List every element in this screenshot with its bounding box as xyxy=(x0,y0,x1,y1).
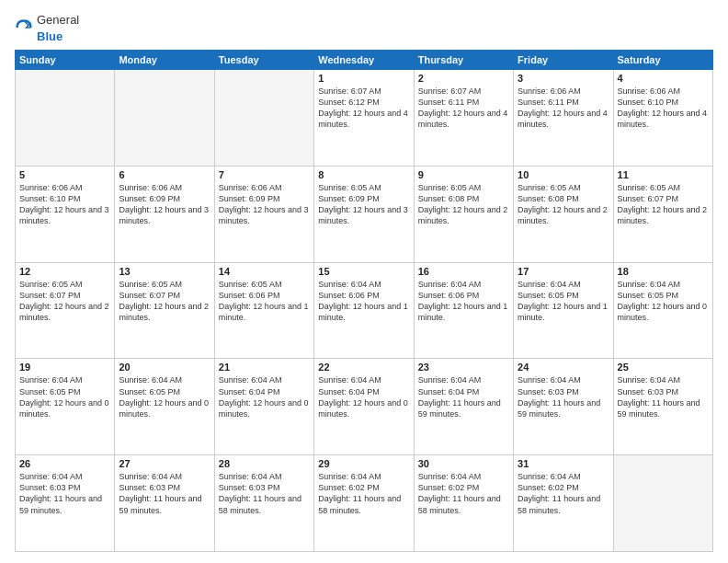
page: General Blue SundayMondayTuesdayWednesda… xyxy=(0,0,728,563)
day-info: Sunrise: 6:04 AMSunset: 6:04 PMDaylight:… xyxy=(219,374,310,419)
day-number: 6 xyxy=(119,169,210,180)
day-info: Sunrise: 6:04 AMSunset: 6:04 PMDaylight:… xyxy=(418,374,509,419)
calendar-cell: 16Sunrise: 6:04 AMSunset: 6:06 PMDayligh… xyxy=(414,262,513,359)
day-number: 29 xyxy=(318,458,409,469)
day-number: 31 xyxy=(518,458,609,469)
calendar-cell: 6Sunrise: 6:06 AMSunset: 6:09 PMDaylight… xyxy=(115,166,214,262)
header-wednesday: Wednesday xyxy=(314,51,414,70)
day-info: Sunrise: 6:05 AMSunset: 6:08 PMDaylight:… xyxy=(518,182,609,227)
day-number: 26 xyxy=(19,458,110,469)
day-info: Sunrise: 6:04 AMSunset: 6:06 PMDaylight:… xyxy=(418,279,509,324)
calendar-cell: 4Sunrise: 6:06 AMSunset: 6:10 PMDaylight… xyxy=(613,70,712,167)
calendar-cell: 15Sunrise: 6:04 AMSunset: 6:06 PMDayligh… xyxy=(314,262,414,359)
day-number: 17 xyxy=(518,266,609,277)
day-number: 11 xyxy=(618,169,709,180)
day-number: 25 xyxy=(618,362,709,373)
calendar-cell: 30Sunrise: 6:04 AMSunset: 6:02 PMDayligh… xyxy=(414,455,513,552)
calendar-cell xyxy=(115,70,214,167)
day-info: Sunrise: 6:04 AMSunset: 6:03 PMDaylight:… xyxy=(618,374,709,419)
day-number: 15 xyxy=(318,266,409,277)
day-number: 2 xyxy=(418,73,509,84)
week-row-2: 12Sunrise: 6:05 AMSunset: 6:07 PMDayligh… xyxy=(16,262,713,359)
calendar-cell: 29Sunrise: 6:04 AMSunset: 6:02 PMDayligh… xyxy=(314,455,414,552)
day-info: Sunrise: 6:04 AMSunset: 6:03 PMDaylight:… xyxy=(518,374,609,419)
day-info: Sunrise: 6:05 AMSunset: 6:07 PMDaylight:… xyxy=(19,279,110,324)
calendar-cell: 20Sunrise: 6:04 AMSunset: 6:05 PMDayligh… xyxy=(115,359,214,455)
calendar-cell: 1Sunrise: 6:07 AMSunset: 6:12 PMDaylight… xyxy=(314,70,414,167)
day-info: Sunrise: 6:04 AMSunset: 6:05 PMDaylight:… xyxy=(618,279,709,324)
day-info: Sunrise: 6:06 AMSunset: 6:10 PMDaylight:… xyxy=(618,86,709,131)
day-info: Sunrise: 6:04 AMSunset: 6:03 PMDaylight:… xyxy=(219,471,310,516)
calendar-cell: 31Sunrise: 6:04 AMSunset: 6:02 PMDayligh… xyxy=(514,455,613,552)
calendar-cell: 26Sunrise: 6:04 AMSunset: 6:03 PMDayligh… xyxy=(16,455,115,552)
calendar-cell: 27Sunrise: 6:04 AMSunset: 6:03 PMDayligh… xyxy=(115,455,214,552)
day-number: 9 xyxy=(418,169,509,180)
logo-icon xyxy=(15,18,33,37)
calendar-cell: 18Sunrise: 6:04 AMSunset: 6:05 PMDayligh… xyxy=(613,262,712,359)
day-number: 20 xyxy=(119,362,210,373)
calendar-header: SundayMondayTuesdayWednesdayThursdayFrid… xyxy=(16,51,713,70)
day-number: 28 xyxy=(219,458,310,469)
week-row-0: 1Sunrise: 6:07 AMSunset: 6:12 PMDaylight… xyxy=(16,70,713,167)
day-info: Sunrise: 6:05 AMSunset: 6:07 PMDaylight:… xyxy=(618,182,709,227)
calendar-cell xyxy=(214,70,313,167)
day-number: 4 xyxy=(618,73,709,84)
day-info: Sunrise: 6:04 AMSunset: 6:02 PMDaylight:… xyxy=(418,471,509,516)
logo-text-blue: Blue xyxy=(37,29,63,43)
day-info: Sunrise: 6:05 AMSunset: 6:09 PMDaylight:… xyxy=(318,182,409,227)
logo-text-general: General xyxy=(37,13,79,27)
week-row-3: 19Sunrise: 6:04 AMSunset: 6:05 PMDayligh… xyxy=(16,359,713,455)
day-info: Sunrise: 6:04 AMSunset: 6:06 PMDaylight:… xyxy=(318,279,409,324)
day-number: 3 xyxy=(518,73,609,84)
calendar-cell: 3Sunrise: 6:06 AMSunset: 6:11 PMDaylight… xyxy=(514,70,613,167)
day-info: Sunrise: 6:04 AMSunset: 6:04 PMDaylight:… xyxy=(318,374,409,419)
day-number: 27 xyxy=(119,458,210,469)
calendar-cell: 14Sunrise: 6:05 AMSunset: 6:06 PMDayligh… xyxy=(214,262,313,359)
calendar-cell: 2Sunrise: 6:07 AMSunset: 6:11 PMDaylight… xyxy=(414,70,513,167)
day-number: 24 xyxy=(518,362,609,373)
calendar-cell: 8Sunrise: 6:05 AMSunset: 6:09 PMDaylight… xyxy=(314,166,414,262)
calendar-table: SundayMondayTuesdayWednesdayThursdayFrid… xyxy=(15,50,713,552)
calendar-cell: 21Sunrise: 6:04 AMSunset: 6:04 PMDayligh… xyxy=(214,359,313,455)
day-number: 23 xyxy=(418,362,509,373)
calendar-cell: 13Sunrise: 6:05 AMSunset: 6:07 PMDayligh… xyxy=(115,262,214,359)
header-monday: Monday xyxy=(115,51,214,70)
day-info: Sunrise: 6:07 AMSunset: 6:11 PMDaylight:… xyxy=(418,86,509,131)
day-number: 18 xyxy=(618,266,709,277)
calendar-body: 1Sunrise: 6:07 AMSunset: 6:12 PMDaylight… xyxy=(16,70,713,552)
header-row: SundayMondayTuesdayWednesdayThursdayFrid… xyxy=(16,51,713,70)
day-info: Sunrise: 6:04 AMSunset: 6:03 PMDaylight:… xyxy=(19,471,110,516)
day-info: Sunrise: 6:05 AMSunset: 6:07 PMDaylight:… xyxy=(119,279,210,324)
day-number: 14 xyxy=(219,266,310,277)
calendar-cell: 19Sunrise: 6:04 AMSunset: 6:05 PMDayligh… xyxy=(16,359,115,455)
day-info: Sunrise: 6:04 AMSunset: 6:02 PMDaylight:… xyxy=(518,471,609,516)
logo-general-text: General Blue xyxy=(37,11,79,44)
week-row-4: 26Sunrise: 6:04 AMSunset: 6:03 PMDayligh… xyxy=(16,455,713,552)
calendar-cell: 10Sunrise: 6:05 AMSunset: 6:08 PMDayligh… xyxy=(514,166,613,262)
calendar-cell: 9Sunrise: 6:05 AMSunset: 6:08 PMDaylight… xyxy=(414,166,513,262)
day-info: Sunrise: 6:04 AMSunset: 6:05 PMDaylight:… xyxy=(19,374,110,419)
calendar-cell: 28Sunrise: 6:04 AMSunset: 6:03 PMDayligh… xyxy=(214,455,313,552)
day-number: 1 xyxy=(318,73,409,84)
day-number: 30 xyxy=(418,458,509,469)
calendar-cell: 12Sunrise: 6:05 AMSunset: 6:07 PMDayligh… xyxy=(16,262,115,359)
day-info: Sunrise: 6:04 AMSunset: 6:05 PMDaylight:… xyxy=(518,279,609,324)
logo: General Blue xyxy=(15,11,79,44)
calendar-cell: 24Sunrise: 6:04 AMSunset: 6:03 PMDayligh… xyxy=(514,359,613,455)
calendar-cell: 17Sunrise: 6:04 AMSunset: 6:05 PMDayligh… xyxy=(514,262,613,359)
day-info: Sunrise: 6:04 AMSunset: 6:03 PMDaylight:… xyxy=(119,471,210,516)
day-number: 7 xyxy=(219,169,310,180)
calendar-cell: 22Sunrise: 6:04 AMSunset: 6:04 PMDayligh… xyxy=(314,359,414,455)
calendar-cell: 5Sunrise: 6:06 AMSunset: 6:10 PMDaylight… xyxy=(16,166,115,262)
header-sunday: Sunday xyxy=(16,51,115,70)
day-number: 22 xyxy=(318,362,409,373)
day-info: Sunrise: 6:06 AMSunset: 6:09 PMDaylight:… xyxy=(119,182,210,227)
day-number: 12 xyxy=(19,266,110,277)
day-info: Sunrise: 6:06 AMSunset: 6:10 PMDaylight:… xyxy=(19,182,110,227)
calendar-cell: 25Sunrise: 6:04 AMSunset: 6:03 PMDayligh… xyxy=(613,359,712,455)
header-tuesday: Tuesday xyxy=(214,51,313,70)
day-info: Sunrise: 6:05 AMSunset: 6:08 PMDaylight:… xyxy=(418,182,509,227)
day-info: Sunrise: 6:04 AMSunset: 6:05 PMDaylight:… xyxy=(119,374,210,419)
day-number: 5 xyxy=(19,169,110,180)
day-info: Sunrise: 6:06 AMSunset: 6:11 PMDaylight:… xyxy=(518,86,609,131)
